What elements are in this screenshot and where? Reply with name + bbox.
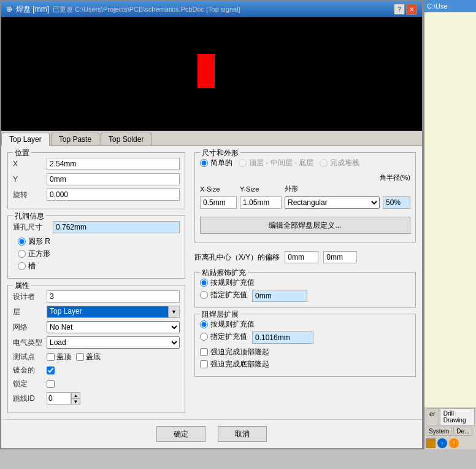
info-icon: ↑ (437, 438, 447, 448)
position-group: 位置 X Y 旋转 (7, 152, 185, 209)
y-size-col-label: Y-Size (240, 185, 282, 193)
network-icon (426, 438, 436, 448)
offset-x-input[interactable] (285, 251, 318, 263)
size-shape-group: 尺寸和外形 简单的 顶层 - 中间层 - 底层 完成堆栈 (194, 152, 416, 242)
paste-specify-radio[interactable] (200, 291, 208, 299)
offset-y-input[interactable] (323, 251, 357, 263)
tab-top-layer[interactable]: Top Layer (1, 133, 50, 146)
elec-label: 电气类型 (13, 338, 47, 348)
paste-byrule-radio[interactable] (200, 279, 208, 287)
test-label: 测试点 (13, 352, 47, 362)
system-tab[interactable]: System (426, 427, 452, 436)
hole-info-group: 孔洞信息 通孔尺寸 圆形 R 正方形 槽 (7, 215, 185, 279)
square-radio[interactable] (18, 250, 26, 258)
attributes-label: 属性 (13, 281, 31, 291)
round-label: 圆形 R (28, 236, 50, 247)
simple-radio[interactable] (200, 159, 208, 167)
right-sidebar: C:\Use er Drill Drawing System De... ↑ ! (423, 0, 476, 449)
hole-info-label: 孔洞信息 (13, 211, 46, 222)
gold-checkbox[interactable] (47, 366, 55, 374)
x-size-input[interactable] (200, 196, 237, 209)
paste-expansion-group: 粘贴擦饰扩充 按规则扩充值 指定扩充值 (194, 272, 416, 308)
offset-section: 距离孔中心（X/Y）的偏移 (194, 251, 416, 263)
sidebar-content (424, 12, 476, 407)
solder-specify-input[interactable] (252, 331, 313, 344)
ok-button[interactable]: 确定 (156, 426, 205, 442)
jump-id-input[interactable] (47, 392, 71, 405)
layer-select-arrow[interactable]: ▼ (169, 306, 180, 318)
y-label: Y (13, 175, 47, 184)
force-top-checkbox[interactable] (200, 348, 208, 356)
corner-pct-label: 角半径(%) (380, 174, 410, 181)
elec-select[interactable]: Load (47, 336, 180, 349)
cancel-button[interactable]: 取消 (218, 426, 267, 442)
force-bottom-label: 强迫完成底部隆起 (210, 359, 269, 370)
square-label: 正方形 (28, 249, 50, 259)
window-icon: ⊕ (6, 5, 12, 14)
position-label: 位置 (13, 148, 31, 158)
round-radio[interactable] (18, 238, 26, 246)
gold-label: 镀金的 (13, 365, 47, 376)
designer-input[interactable] (47, 290, 180, 303)
paste-specify-label: 指定扩充值 (210, 290, 247, 300)
bottom-buttons: 确定 取消 (1, 419, 422, 448)
net-select[interactable]: No Net (47, 321, 180, 333)
paste-byrule-label: 按规则扩充值 (210, 277, 255, 288)
window-subtitle: 已更改 C:\Users\Projects\PCB\schematics.Pcb… (53, 5, 240, 14)
sidebar-tab-er[interactable]: er (426, 408, 439, 425)
offset-label: 距离孔中心（X/Y）的偏移 (194, 252, 280, 263)
solder-byrule-radio[interactable] (200, 320, 208, 328)
y-size-input[interactable] (240, 196, 282, 209)
x-input[interactable] (47, 158, 180, 170)
net-label: 网络 (13, 322, 47, 333)
design-tab[interactable]: De... (453, 427, 472, 436)
top-label: 盖顶 (56, 352, 71, 362)
slot-radio[interactable] (18, 262, 26, 270)
simple-label: 简单的 (210, 158, 232, 168)
corner-pct-input[interactable] (383, 196, 410, 209)
paste-specify-input[interactable] (252, 290, 307, 302)
designer-label: 设计者 (13, 292, 47, 302)
tab-top-solder[interactable]: Top Solder (101, 133, 152, 145)
layer-select[interactable]: Top Layer (47, 306, 169, 318)
shape-select[interactable]: Rectangular (285, 196, 380, 209)
bottom-checkbox[interactable] (76, 353, 84, 361)
x-size-col-label: X-Size (200, 185, 237, 193)
sidebar-tab-drill[interactable]: Drill Drawing (440, 408, 475, 425)
x-label: X (13, 160, 47, 168)
shape-col-label: 外形 (285, 184, 410, 193)
fullstack-radio[interactable] (320, 159, 328, 167)
hole-size-input[interactable] (53, 221, 180, 233)
spinbox-up[interactable]: ▲ (71, 392, 80, 398)
attributes-group: 属性 设计者 层 Top Layer ▼ 网络 No Net (7, 285, 185, 413)
rotate-input[interactable] (47, 188, 180, 201)
jump-id-spinbox: ▲ ▼ (47, 392, 80, 405)
solder-specify-label: 指定扩充值 (210, 331, 247, 342)
alert-icon: ! (449, 438, 459, 448)
pad-preview (198, 54, 215, 88)
rotate-label: 旋转 (13, 190, 47, 200)
tab-bar: Top Layer Top Paste Top Solder (1, 131, 422, 146)
title-bar: ⊕ 焊盘 [mm] 已更改 C:\Users\Projects\PCB\sche… (1, 1, 422, 17)
topmidbot-radio[interactable] (239, 159, 247, 167)
edit-all-button[interactable]: 编辑全部焊盘层定义... (200, 217, 410, 234)
window-title: 焊盘 [mm] (16, 4, 49, 15)
lock-checkbox[interactable] (47, 380, 55, 388)
solder-byrule-label: 按规则扩充值 (210, 319, 255, 330)
hole-size-label: 通孔尺寸 (13, 222, 53, 233)
close-button[interactable]: ✕ (406, 4, 417, 15)
tab-top-paste[interactable]: Top Paste (51, 133, 99, 145)
jump-id-label: 跳线ID (13, 393, 47, 404)
lock-label: 锁定 (13, 379, 47, 389)
sidebar-title: C:\Use (424, 0, 476, 12)
y-input[interactable] (47, 173, 180, 185)
help-button[interactable]: ? (394, 4, 405, 15)
spinbox-down[interactable]: ▼ (71, 398, 80, 405)
top-checkbox[interactable] (47, 353, 55, 361)
slot-label: 槽 (28, 261, 36, 271)
force-bottom-checkbox[interactable] (200, 360, 208, 368)
bottom-label: 盖底 (86, 352, 101, 362)
topmidbot-label: 顶层 - 中间层 - 底层 (249, 158, 313, 168)
solder-specify-radio[interactable] (200, 333, 208, 341)
paste-expansion-label: 粘贴擦饰扩充 (200, 268, 248, 278)
